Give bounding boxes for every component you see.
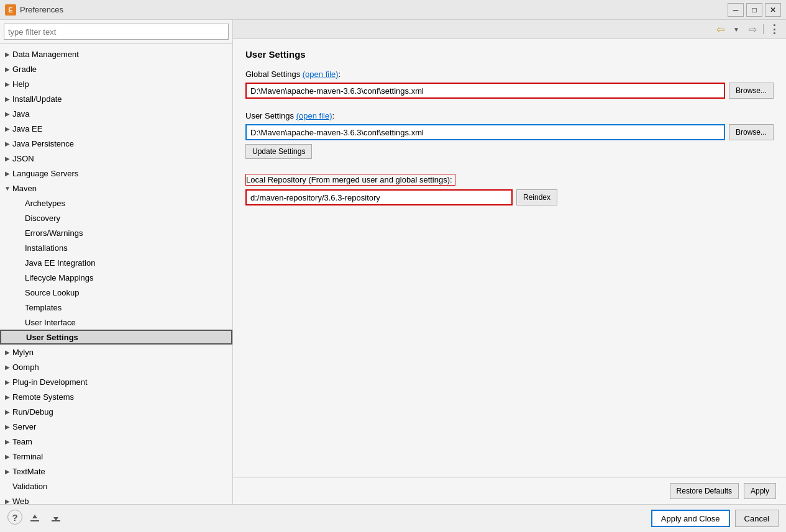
update-settings-button[interactable]: Update Settings	[245, 144, 312, 159]
expand-icon: ▶	[2, 362, 12, 372]
sidebar-item-web[interactable]: ▶ Web	[0, 494, 232, 504]
export-preferences-button[interactable]	[47, 510, 65, 527]
reindex-button[interactable]: Reindex	[516, 189, 557, 205]
expand-icon: ▶	[2, 407, 12, 417]
collapse-icon: ▼	[2, 183, 12, 193]
sidebar-item-lifecycle-mappings[interactable]: Lifecycle Mappings	[0, 270, 232, 285]
expand-icon: ▶	[2, 168, 12, 178]
sidebar-item-label: Java EE	[12, 124, 42, 133]
sidebar-item-label: Team	[12, 437, 32, 446]
apply-and-close-button[interactable]: Apply and Close	[651, 510, 730, 527]
apply-button[interactable]: Apply	[744, 483, 776, 499]
content-toolbar: ⇦ ▼ ⇨ ⋮	[233, 20, 786, 39]
local-repository-group: Local Repository (From merged user and g…	[245, 174, 774, 205]
sidebar-item-label: Java EE Integration	[25, 258, 95, 268]
user-settings-input[interactable]	[245, 124, 725, 140]
minimize-button[interactable]: ─	[728, 3, 744, 17]
window-title: Preferences	[20, 5, 728, 14]
sidebar-item-label: Server	[12, 422, 36, 431]
more-options-button[interactable]: ⋮	[767, 22, 781, 36]
close-button[interactable]: ✕	[765, 3, 781, 17]
cancel-button[interactable]: Cancel	[735, 510, 779, 527]
sidebar-item-label: Mylyn	[12, 348, 34, 357]
search-input[interactable]	[4, 24, 229, 40]
user-settings-open-link[interactable]: (open file)	[296, 111, 332, 120]
sidebar-item-java-ee-integration[interactable]: Java EE Integration	[0, 255, 232, 270]
footer-left-icons: ?	[7, 510, 65, 527]
forward-button[interactable]: ⇨	[746, 22, 759, 36]
expand-icon: ▶	[2, 392, 12, 402]
user-settings-input-row: Browse...	[245, 124, 774, 140]
expand-icon: ▶	[2, 466, 12, 476]
sidebar-item-maven[interactable]: ▼ Maven	[0, 181, 232, 196]
sidebar-item-installations[interactable]: Installations	[0, 240, 232, 255]
sidebar-item-data-management[interactable]: ▶ Data Management	[0, 47, 232, 61]
global-settings-input-row: Browse...	[245, 83, 774, 99]
back-button[interactable]: ⇦	[713, 22, 727, 36]
local-repository-input[interactable]	[245, 189, 513, 205]
sidebar-item-label: Data Management	[12, 50, 79, 59]
sidebar-item-install-update[interactable]: ▶ Install/Update	[0, 91, 232, 106]
sidebar-item-label: Java Persistence	[12, 139, 74, 148]
sidebar-item-help[interactable]: ▶ Help	[0, 76, 232, 91]
sidebar-item-textmate[interactable]: ▶ TextMate	[0, 464, 232, 479]
global-settings-input[interactable]	[245, 83, 725, 99]
sidebar-item-java-persistence[interactable]: ▶ Java Persistence	[0, 136, 232, 151]
sidebar-item-label: Discovery	[25, 214, 60, 223]
global-settings-browse-button[interactable]: Browse...	[729, 83, 774, 99]
maximize-button[interactable]: □	[746, 3, 762, 17]
main-container: ▶ Data Management ▶ Gradle ▶ Help ▶ Inst…	[0, 20, 786, 504]
footer-bar: ? Apply and Close Cancel	[0, 504, 786, 532]
sidebar-item-run-debug[interactable]: ▶ Run/Debug	[0, 404, 232, 419]
sidebar-item-gradle[interactable]: ▶ Gradle	[0, 61, 232, 76]
sidebar-item-label: User Settings	[26, 333, 78, 342]
sidebar-item-label: Source Lookup	[25, 288, 79, 297]
expand-icon: ▶	[2, 79, 12, 89]
sidebar-item-remote-systems[interactable]: ▶ Remote Systems	[0, 389, 232, 404]
sidebar-item-label: Templates	[25, 303, 62, 312]
sidebar-item-language-servers[interactable]: ▶ Language Servers	[0, 166, 232, 181]
sidebar-item-java-ee[interactable]: ▶ Java EE	[0, 121, 232, 136]
content-panel: ⇦ ▼ ⇨ ⋮ User Settings Global Settings (o…	[233, 20, 786, 504]
sidebar-item-terminal[interactable]: ▶ Terminal	[0, 449, 232, 464]
sidebar-item-validation[interactable]: Validation	[0, 479, 232, 494]
global-settings-group: Global Settings (open file): Browse...	[245, 70, 774, 99]
import-preferences-button[interactable]	[26, 510, 43, 527]
sidebar-item-label: Installations	[25, 243, 68, 253]
sidebar-item-source-lookup[interactable]: Source Lookup	[0, 285, 232, 300]
sidebar-item-server[interactable]: ▶ Server	[0, 419, 232, 434]
sidebar-item-json[interactable]: ▶ JSON	[0, 151, 232, 166]
sidebar-item-label: Lifecycle Mappings	[25, 273, 94, 282]
sidebar-item-team[interactable]: ▶ Team	[0, 434, 232, 449]
titlebar: E Preferences ─ □ ✕	[0, 0, 786, 20]
user-settings-browse-button[interactable]: Browse...	[729, 124, 774, 140]
expand-icon: ▶	[2, 153, 12, 163]
sidebar-item-oomph[interactable]: ▶ Oomph	[0, 359, 232, 374]
expand-icon: ▶	[2, 496, 12, 504]
expand-icon: ▶	[2, 451, 12, 461]
sidebar-item-discovery[interactable]: Discovery	[0, 210, 232, 225]
sidebar-item-label: Language Servers	[12, 169, 78, 178]
sidebar-item-label: User Interface	[25, 318, 76, 327]
restore-defaults-button[interactable]: Restore Defaults	[670, 483, 739, 499]
sidebar-item-user-interface[interactable]: User Interface	[0, 315, 232, 330]
help-button[interactable]: ?	[7, 510, 22, 525]
global-settings-open-link[interactable]: (open file)	[303, 70, 339, 79]
sidebar-item-archetypes[interactable]: Archetypes	[0, 196, 232, 210]
expand-icon: ▶	[2, 49, 12, 59]
window-controls: ─ □ ✕	[728, 3, 781, 17]
expand-icon: ▶	[2, 109, 12, 119]
sidebar-item-plugin-development[interactable]: ▶ Plug-in Development	[0, 374, 232, 389]
sidebar-item-java[interactable]: ▶ Java	[0, 106, 232, 121]
sidebar-item-label: JSON	[12, 154, 34, 163]
sidebar-item-errors-warnings[interactable]: Errors/Warnings	[0, 225, 232, 240]
expand-icon: ▶	[2, 124, 12, 133]
dropdown-button[interactable]: ▼	[729, 22, 743, 36]
sidebar-item-label: Java	[12, 109, 29, 119]
sidebar-item-templates[interactable]: Templates	[0, 300, 232, 315]
sidebar-item-user-settings[interactable]: User Settings	[0, 330, 232, 345]
sidebar-item-mylyn[interactable]: ▶ Mylyn	[0, 345, 232, 359]
sidebar-item-label: Archetypes	[25, 199, 65, 208]
expand-icon: ▶	[2, 347, 12, 357]
sidebar-item-label: Install/Update	[12, 94, 62, 104]
